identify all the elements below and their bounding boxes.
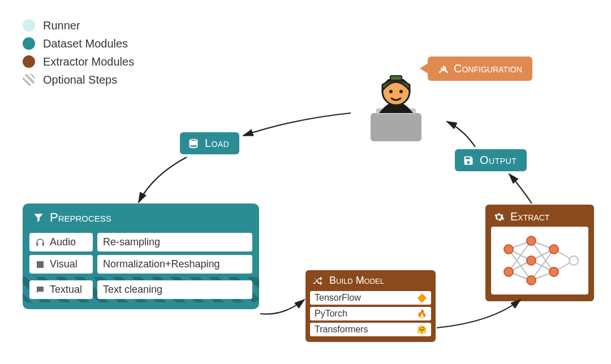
pytorch-icon: 🔥 <box>417 309 427 318</box>
preprocess-header: Preprocess <box>23 203 259 229</box>
user-icon <box>351 68 441 141</box>
legend-dot-runner <box>23 19 35 32</box>
transformers-icon: 🤗 <box>417 325 427 334</box>
legend-label-optional: Optional Steps <box>43 71 117 88</box>
framework-transformers-label: Transformers <box>315 324 368 335</box>
modality-audio: Audio <box>29 233 93 252</box>
preprocess-card: Preprocess Audio Re-sampling Visual Norm… <box>23 203 259 309</box>
desc-audio-label: Re-sampling <box>103 236 160 248</box>
legend-label-extractor: Extractor Modules <box>43 53 134 70</box>
framework-tensorflow: TensorFlow 🔶 <box>310 291 431 305</box>
legend: Runner Dataset Modules Extractor Modules… <box>23 17 134 89</box>
arrow-extract-to-output <box>509 174 532 203</box>
svg-point-19 <box>549 245 558 254</box>
legend-row-runner: Runner <box>23 17 134 34</box>
svg-point-17 <box>527 256 536 265</box>
modality-visual-label: Visual <box>50 258 78 270</box>
legend-dot-optional <box>23 73 35 86</box>
build-model-header: Build Model <box>306 270 436 289</box>
configuration-bubble: Configuration <box>428 57 532 81</box>
database-icon <box>188 138 199 149</box>
legend-dot-dataset <box>23 37 35 50</box>
output-node: Output <box>455 149 527 171</box>
output-label: Output <box>480 154 517 167</box>
desc-visual-label: Normalization+Reshaping <box>103 258 220 270</box>
filter-icon <box>33 212 44 223</box>
arrow-user-to-load <box>243 113 351 136</box>
framework-transformers: Transformers 🤗 <box>310 323 431 336</box>
load-label: Load <box>205 137 229 150</box>
framework-pytorch-label: PyTorch <box>315 309 347 319</box>
svg-rect-25 <box>390 76 402 80</box>
load-node: Load <box>180 132 239 154</box>
extract-body <box>491 227 588 294</box>
modality-visual: Visual <box>29 255 93 274</box>
desc-visual: Normalization+Reshaping <box>97 255 252 274</box>
legend-label-runner: Runner <box>43 17 80 34</box>
arrow-preprocess-to-build <box>260 300 304 314</box>
svg-point-21 <box>569 256 578 265</box>
preprocess-row-audio: Audio Re-sampling <box>29 233 252 252</box>
build-model-card: Build Model TensorFlow 🔶 PyTorch 🔥 Trans… <box>306 270 436 342</box>
svg-rect-22 <box>371 113 421 141</box>
extract-title: Extract <box>510 210 549 223</box>
legend-dot-extractor <box>23 55 35 68</box>
svg-point-16 <box>527 236 536 245</box>
shuffle-icon <box>312 275 324 287</box>
framework-tensorflow-label: TensorFlow <box>315 293 361 303</box>
preprocess-row-visual: Visual Normalization+Reshaping <box>29 255 252 274</box>
arrow-load-to-preprocess <box>139 157 187 202</box>
headphones-icon <box>35 237 45 248</box>
legend-label-dataset: Dataset Modules <box>43 35 128 52</box>
svg-point-20 <box>549 267 558 276</box>
extract-header: Extract <box>485 205 594 227</box>
image-icon <box>35 259 45 270</box>
legend-row-extractor: Extractor Modules <box>23 53 134 70</box>
preprocess-row-textual: Textual Text cleaning <box>23 277 259 302</box>
arrow-output-to-user <box>447 122 475 147</box>
gear-icon <box>493 211 505 223</box>
save-icon <box>463 155 474 166</box>
neural-net-icon <box>497 232 582 289</box>
svg-point-27 <box>399 90 403 93</box>
framework-pytorch: PyTorch 🔥 <box>310 307 431 320</box>
svg-point-15 <box>504 267 513 276</box>
configuration-label: Configuration <box>454 62 522 75</box>
build-model-title: Build Model <box>329 275 384 287</box>
modality-audio-label: Audio <box>50 236 76 248</box>
modality-textual-label: Textual <box>50 284 82 296</box>
extract-card: Extract <box>485 205 594 301</box>
chat-icon <box>35 285 45 295</box>
svg-point-14 <box>504 245 513 254</box>
legend-row-dataset: Dataset Modules <box>23 35 134 52</box>
svg-point-26 <box>389 90 393 93</box>
user-figure <box>351 68 441 141</box>
desc-audio: Re-sampling <box>97 233 252 252</box>
preprocess-title: Preprocess <box>50 210 111 225</box>
svg-point-18 <box>527 276 536 285</box>
modality-textual: Textual <box>29 280 93 299</box>
arrow-build-to-extract <box>437 300 520 328</box>
desc-textual-label: Text cleaning <box>103 284 162 296</box>
tensorflow-icon: 🔶 <box>417 293 427 302</box>
legend-row-optional: Optional Steps <box>23 71 134 88</box>
desc-textual: Text cleaning <box>97 280 252 299</box>
